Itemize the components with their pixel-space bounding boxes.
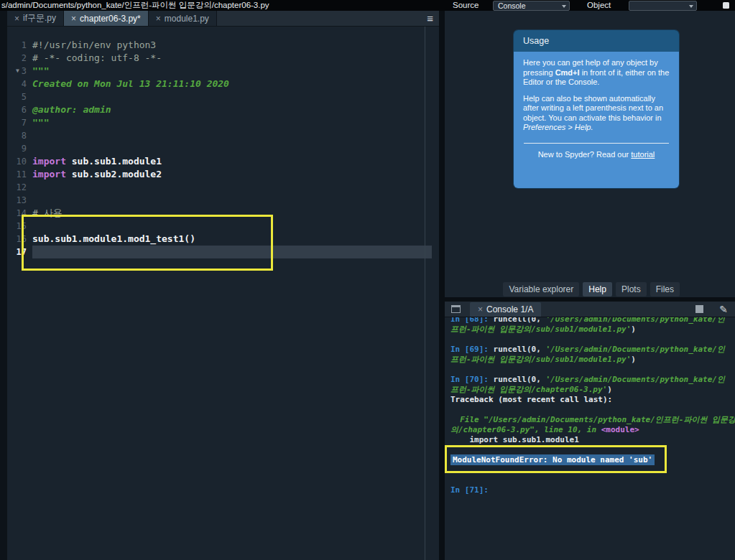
object-select[interactable] xyxy=(629,1,697,11)
console-token: 프런-파이썬 입문강의/sub/sub1/module1.py' xyxy=(450,355,631,364)
source-select-value: Console xyxy=(498,1,526,10)
console-token: 의/chapter06-3.py", line 10, in xyxy=(450,425,601,434)
editor-tabs: ×if구문.py×chapter06-3.py*×module1.py xyxy=(7,11,217,26)
code-token: @author: admin xyxy=(32,104,111,115)
code-token: import xyxy=(32,169,66,179)
menu-icon[interactable]: ≡ xyxy=(427,12,433,24)
tutorial-line: New to Spyder? Read our tutorial xyxy=(523,150,670,160)
close-icon[interactable]: × xyxy=(14,14,19,24)
close-icon[interactable]: × xyxy=(156,14,161,24)
console-line: In [69]: runcell(0, '/Users/admin/Docume… xyxy=(450,345,732,355)
fold-arrow-icon[interactable]: ▼ xyxy=(16,65,19,78)
line-number-text: 13 xyxy=(17,194,27,207)
console-token: '/Users/admin/Documents/python_kate/인 xyxy=(545,375,724,384)
line-number-text: 6 xyxy=(22,103,27,116)
divider xyxy=(524,143,669,144)
line-number-text: 10 xyxy=(17,155,27,168)
editor-edge-line xyxy=(425,27,425,560)
code-token: import xyxy=(32,156,66,167)
code-token: sub.sub1.module1 xyxy=(66,156,162,167)
editor[interactable]: 12▼34567891011121314151617 #!/usr/bin/en… xyxy=(7,27,439,560)
console-line: import sub.sub1.module1 xyxy=(450,435,732,445)
editor-tab[interactable]: ×module1.py xyxy=(149,11,217,26)
code-line: # -*- coding: utf-8 -*- xyxy=(32,52,432,65)
usage-box: Usage Here you can get help of any objec… xyxy=(514,30,679,188)
console-line: Traceback (most recent call last): xyxy=(450,395,732,405)
code-token: # -*- coding: utf-8 -*- xyxy=(32,52,162,63)
code-line: """ xyxy=(32,65,432,78)
editor-tab[interactable]: ×chapter06-3.py* xyxy=(64,11,149,26)
code-line: #!/usr/bin/env python3 xyxy=(32,39,432,52)
console-line xyxy=(450,405,732,415)
lock-icon[interactable] xyxy=(723,2,729,9)
usage-body: Here you can get help of any object by p… xyxy=(514,52,679,188)
console-line: 프런-파이썬 입문강의/sub/sub1/module1.py') xyxy=(450,325,732,335)
source-select[interactable]: Console xyxy=(493,1,570,11)
line-number-text: 8 xyxy=(22,129,27,142)
pane-tab-files[interactable]: Files xyxy=(650,282,680,297)
console-line: 프런-파이썬 입문강의/sub/sub1/module1.py') xyxy=(450,355,732,365)
console-token: In [70]: xyxy=(450,375,494,384)
chevron-down-icon xyxy=(689,5,693,8)
console-token: '/Users/admin/Documents/python_kate/인 xyxy=(545,345,724,354)
line-number: ▼3 xyxy=(7,65,32,78)
code-line xyxy=(32,142,432,155)
pane-tab-help[interactable]: Help xyxy=(583,282,612,297)
console-tab[interactable]: × Console 1/A xyxy=(470,302,541,317)
window-edge xyxy=(0,11,7,560)
line-number-text: 4 xyxy=(22,78,27,90)
cmd-i-shortcut: Cmd+I xyxy=(555,68,580,77)
pane-tabs: Variable explorerHelpPlotsFiles xyxy=(445,281,680,297)
code-line xyxy=(32,194,432,207)
console-token: import sub.sub1.module1 xyxy=(450,435,579,444)
code-line xyxy=(32,129,432,142)
editor-code[interactable]: #!/usr/bin/env python3# -*- coding: utf-… xyxy=(32,39,432,258)
line-number-text: 1 xyxy=(22,39,27,52)
console-line: In [71]: xyxy=(450,485,732,495)
close-icon[interactable]: × xyxy=(478,304,483,314)
console-output[interactable]: In [68]: runcell(0, '/Users/admin/Docume… xyxy=(450,314,732,495)
console-line xyxy=(450,465,732,475)
line-number-text: 17 xyxy=(17,246,27,258)
line-number: 17 xyxy=(7,246,32,258)
code-token: sub.sub2.module2 xyxy=(66,169,162,179)
console-tab-bar: × Console 1/A ✎ xyxy=(445,302,735,317)
console-line: File "/Users/admin/Documents/python_kate… xyxy=(450,415,732,425)
line-number: 6 xyxy=(7,103,32,116)
pane-tab-plots[interactable]: Plots xyxy=(616,282,647,297)
code-token: """ xyxy=(32,65,49,76)
console-token: ModuleNotFoundError: No module named 'su… xyxy=(450,454,655,465)
file-path: s/admin/Documents/python_kate/인프런-파이썬 입문… xyxy=(1,0,269,11)
options-pencil-icon[interactable]: ✎ xyxy=(719,304,728,315)
text: Help can also be shown automatically aft… xyxy=(523,94,663,122)
editor-tab-bar: ×if구문.py×chapter06-3.py*×module1.py ≡ xyxy=(7,11,439,27)
tutorial-link[interactable]: tutorial xyxy=(631,150,655,159)
line-number: 10 xyxy=(7,155,32,168)
console-line: In [70]: runcell(0, '/Users/admin/Docume… xyxy=(450,375,732,385)
line-number-text: 3 xyxy=(22,65,27,78)
usage-title: Usage xyxy=(514,30,679,52)
line-number: 1 xyxy=(7,39,32,52)
chevron-down-icon xyxy=(562,5,566,8)
line-number: 15 xyxy=(7,220,32,233)
line-number-text: 9 xyxy=(22,142,27,155)
console-token: Traceback (most recent call last): xyxy=(450,395,612,404)
source-label: Source xyxy=(453,0,479,11)
editor-tab[interactable]: ×if구문.py xyxy=(7,11,64,26)
pane-tab-variable-explorer[interactable]: Variable explorer xyxy=(503,282,579,297)
line-number: 9 xyxy=(7,142,32,155)
console-token: runcell(0, xyxy=(494,345,546,354)
line-number: 7 xyxy=(7,116,32,129)
editor-gutter: 12▼34567891011121314151617 xyxy=(7,39,32,258)
code-token: # 사용 xyxy=(32,207,63,218)
titlebar: s/admin/Documents/python_kate/인프런-파이썬 입문… xyxy=(0,0,735,11)
preferences-path: Preferences > Help. xyxy=(523,123,593,131)
browse-tabs-icon[interactable] xyxy=(451,305,461,313)
line-number: 2 xyxy=(7,52,32,65)
code-token: sub.sub1.module1.mod1_test1() xyxy=(32,233,195,244)
console-token: ) xyxy=(631,355,636,364)
close-icon[interactable]: × xyxy=(71,14,76,24)
console-pane: In [68]: runcell(0, '/Users/admin/Docume… xyxy=(445,302,735,560)
panel-splitter[interactable] xyxy=(439,0,445,560)
stop-square-icon[interactable] xyxy=(695,305,703,313)
